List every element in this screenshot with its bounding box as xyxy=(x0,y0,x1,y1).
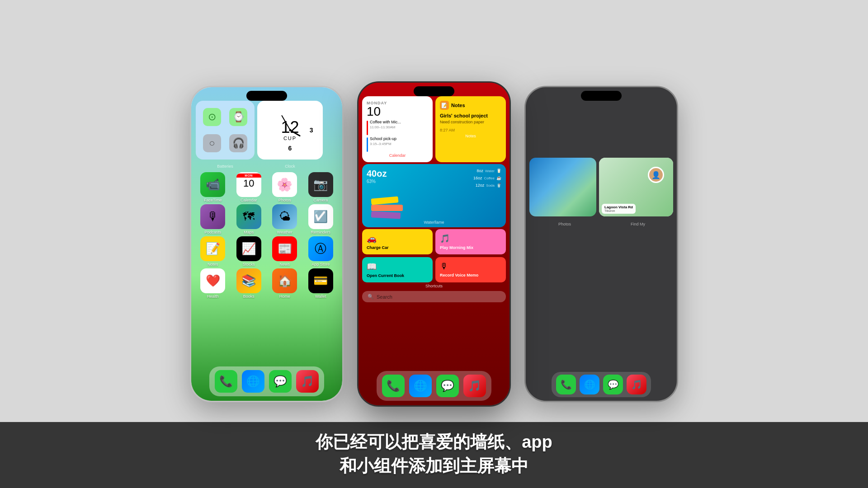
water-item-3: 12oz Soda 🥤 xyxy=(473,183,501,188)
app-label-home: Home xyxy=(279,294,290,299)
voice-memo-icon: 🎙 xyxy=(440,262,501,271)
app-label-camera: Camera xyxy=(313,198,328,202)
shortcut-charge-car[interactable]: 🚗 Charge Car xyxy=(362,229,433,254)
shortcut-voice-memo[interactable]: 🎙 Record Voice Memo xyxy=(435,257,506,282)
home-icon: 🏠 xyxy=(272,268,297,293)
dock-phone-center[interactable]: 📞 xyxy=(382,375,405,397)
event1-time: 11:00–11:30AM xyxy=(370,125,401,129)
app-calendar[interactable]: MON 10 Calendar xyxy=(232,172,266,202)
notes-body: Girls' school project xyxy=(440,113,501,119)
app-stocks[interactable]: 📈 Stocks xyxy=(232,236,266,267)
event-dot-2 xyxy=(367,137,368,152)
battery-icon-1: ⊙ xyxy=(203,108,221,126)
photos-icon: 🌸 xyxy=(272,172,297,197)
calendar-event-1: Coffee with Mic... 11:00–11:30AM xyxy=(367,120,428,135)
app-weather[interactable]: 🌤 Weather xyxy=(268,204,302,235)
water-item1-amount: 8oz xyxy=(476,169,483,173)
app-photos[interactable]: 🌸 Photos xyxy=(268,172,302,202)
dock-music-right[interactable]: 🎵 xyxy=(627,375,646,394)
event-dot-1 xyxy=(367,121,368,135)
widget-water[interactable]: 40oz 63% 8oz Water 🥛 16oz Coffee xyxy=(362,164,506,227)
reminders-icon: ☑️ xyxy=(308,204,333,229)
news-icon: 📰 xyxy=(272,236,297,261)
dynamic-island-left xyxy=(246,91,287,101)
water-item2-amount: 16oz xyxy=(473,176,482,180)
app-label-wallet: Wallet xyxy=(315,294,326,299)
findmy-label: Find My xyxy=(631,222,645,226)
search-icon-center: 🔍 xyxy=(368,294,374,300)
dock-messages[interactable]: 💬 xyxy=(269,370,292,393)
widget-batteries[interactable]: ⊙ ⌚ ○ 🎧 xyxy=(196,101,255,160)
app-facetime[interactable]: 📹 FaceTime xyxy=(196,172,230,202)
water-item-1: 8oz Water 🥛 xyxy=(473,169,501,173)
photos-label: Photos xyxy=(558,222,571,226)
findmy-pin: 👤 xyxy=(648,167,664,183)
battery-icon-4: 🎧 xyxy=(229,134,247,152)
app-label-books: Books xyxy=(243,294,255,299)
open-book-icon: 📖 xyxy=(367,262,428,272)
dock-messages-center[interactable]: 💬 xyxy=(436,375,459,397)
battery-icon-3: ○ xyxy=(203,134,221,152)
app-label-calendar: Calendar xyxy=(241,198,257,202)
battery-icon-2: ⌚ xyxy=(229,108,247,126)
dock-phone[interactable]: 📞 xyxy=(215,370,237,393)
shortcut-morning-mix[interactable]: 🎵 Play Morning Mix xyxy=(435,229,506,254)
dock-safari[interactable]: 🌐 xyxy=(242,370,264,393)
morning-mix-icon: 🎵 xyxy=(440,234,501,244)
calendar-label: Calendar xyxy=(367,153,428,158)
notes-widget-icon: 📝 xyxy=(440,101,449,110)
findmy-street: Lagoon Vista Rd xyxy=(604,205,633,209)
widget-notes-center[interactable]: 📝 Notes Girls' school project Need const… xyxy=(435,96,506,162)
clock-face: 12 CUP 3 6 xyxy=(265,108,315,153)
widget-photos-right[interactable] xyxy=(529,158,596,216)
subtitle-line1: 你已经可以把喜爱的墙纸、app xyxy=(90,430,778,454)
app-notes[interactable]: 📝 Notes xyxy=(196,236,230,267)
app-maps[interactable]: 🗺 Maps xyxy=(232,204,266,235)
weather-icon: 🌤 xyxy=(272,204,297,229)
dock-messages-right[interactable]: 💬 xyxy=(603,375,623,394)
app-podcasts[interactable]: 🎙 Podcasts xyxy=(196,204,230,235)
app-books[interactable]: 📚 Books xyxy=(232,268,266,299)
app-health[interactable]: ❤️ Health xyxy=(196,268,230,299)
app-appstore[interactable]: Ⓐ App Store xyxy=(304,236,338,267)
open-book-label: Open Current Book xyxy=(367,273,428,278)
dock-music[interactable]: 🎵 xyxy=(296,370,319,393)
app-wallet[interactable]: 💳 Wallet xyxy=(304,268,338,299)
subtitle-overlay: 你已经可以把喜爱的墙纸、app 和小组件添加到主屏幕中 xyxy=(0,422,868,488)
clock-cup: CUP xyxy=(283,136,297,141)
dock-safari-center[interactable]: 🌐 xyxy=(409,375,432,397)
dock-safari-right[interactable]: 🌐 xyxy=(580,375,599,394)
batteries-label: Batteries xyxy=(217,164,233,169)
app-home[interactable]: 🏠 Home xyxy=(268,268,302,299)
search-bar-center[interactable]: 🔍 Search xyxy=(362,291,506,302)
water-item-2: 16oz Coffee ☕ xyxy=(473,176,501,180)
water-items: 8oz Water 🥛 16oz Coffee ☕ 12oz xyxy=(473,169,501,188)
dock-phone-right[interactable]: 📞 xyxy=(556,375,576,394)
widget-clock[interactable]: 12 CUP 3 6 xyxy=(257,101,323,160)
app-camera[interactable]: 📷 Camera xyxy=(304,172,338,202)
findmy-info: Lagoon Vista Rd Tiburon xyxy=(602,204,636,214)
app-label-podcasts: Podcasts xyxy=(204,230,221,235)
dynamic-island-right xyxy=(581,91,622,101)
app-news[interactable]: 📰 News xyxy=(268,236,302,267)
charge-car-label: Charge Car xyxy=(367,245,428,250)
shortcut-open-book[interactable]: 📖 Open Current Book xyxy=(362,257,433,282)
app-reminders[interactable]: ☑️ Reminders xyxy=(304,204,338,235)
podcasts-icon: 🎙 xyxy=(200,204,225,229)
photos-findmy-row: 👤 Lagoon Vista Rd Tiburon xyxy=(526,158,677,216)
app-label-notes: Notes xyxy=(208,262,218,267)
water-item3-amount: 12oz xyxy=(476,183,485,188)
widget-calendar-center[interactable]: MONDAY 10 Coffee with Mic... 11:00–11:30… xyxy=(362,96,433,162)
app-label-health: Health xyxy=(207,294,219,299)
event2-title: School pick-up xyxy=(370,136,396,142)
dock-music-center[interactable]: 🎵 xyxy=(463,375,486,397)
books-icon: 📚 xyxy=(236,268,261,293)
clock-3: 3 xyxy=(310,127,313,134)
app-label-maps: Maps xyxy=(244,230,254,235)
calendar-event-2: School pick-up 3:15–3:45PM xyxy=(367,136,428,152)
water-item1-label: Water xyxy=(485,169,495,173)
widget-findmy[interactable]: 👤 Lagoon Vista Rd Tiburon xyxy=(599,158,673,216)
notes-icon: 📝 xyxy=(200,236,225,261)
notes-widget-title: Notes xyxy=(451,103,465,108)
charge-car-icon: 🚗 xyxy=(367,234,428,244)
